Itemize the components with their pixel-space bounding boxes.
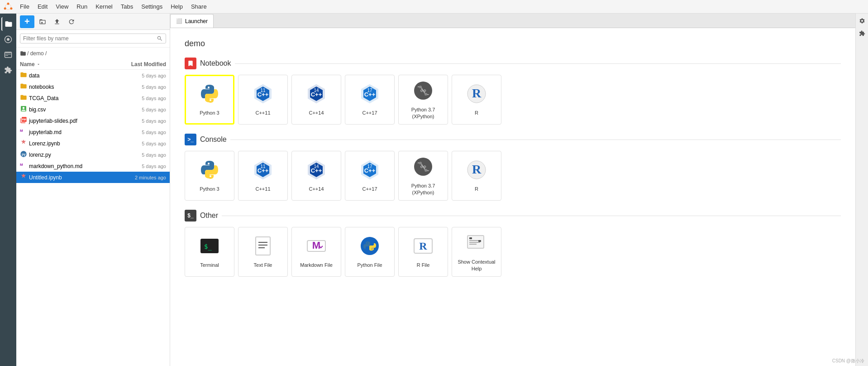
menu-bar: File Edit View Run Kernel Tabs Settings … <box>0 0 868 14</box>
file-icon <box>20 71 29 80</box>
file-item[interactable]: data 5 days ago <box>16 70 170 81</box>
kernel-icon-markdown: M <box>305 235 327 258</box>
menu-view[interactable]: View <box>52 2 72 11</box>
kernel-card-python3[interactable]: Python 3 <box>185 151 234 201</box>
kernel-icon-cpp14: C++ 14 <box>305 83 327 106</box>
sidebar-running[interactable] <box>1 33 15 46</box>
launcher-title: demo <box>185 39 841 48</box>
sidebar-files[interactable] <box>1 17 15 31</box>
upload-button[interactable] <box>51 15 63 28</box>
new-folder-button[interactable] <box>36 15 49 28</box>
file-item[interactable]: big.csv 5 days ago <box>16 104 170 115</box>
file-item[interactable]: py lorenz.py 5 days ago <box>16 149 170 160</box>
file-item[interactable]: Lorenz.ipynb 5 days ago <box>16 138 170 149</box>
file-name: markdown_python.md <box>29 163 112 169</box>
menu-edit[interactable]: Edit <box>34 2 51 11</box>
file-modified: 5 days ago <box>112 73 166 78</box>
kernel-card-xpython[interactable]: ⚙⚙ Python 3.7 (XPython) <box>398 151 448 201</box>
file-panel: + / demo / Name <box>16 14 170 366</box>
column-name[interactable]: Name <box>20 61 112 67</box>
kernel-label: C++17 <box>362 110 377 116</box>
svg-text:M: M <box>20 129 23 133</box>
launcher: demo Notebook Python 3 C++ 11 C++1 <box>170 28 855 366</box>
kernel-label: Markdown File <box>300 262 333 268</box>
kernel-card-textfile[interactable]: Text File <box>238 227 288 277</box>
file-name: Untitled.ipynb <box>29 174 112 181</box>
file-icon: M <box>20 128 29 136</box>
kernel-icon-cpp14: C++ 14 <box>305 159 327 182</box>
right-sidebar-settings[interactable] <box>857 15 868 26</box>
kernel-card-cpp11[interactable]: C++ 11 C++11 <box>238 75 288 125</box>
file-modified: 5 days ago <box>112 164 166 169</box>
content-area: ⬜ Launcher demo Notebook Python 3 <box>170 14 855 366</box>
search-input[interactable] <box>23 35 155 42</box>
kernel-label: Python 3.7 (XPython) <box>402 106 444 120</box>
tab-launcher[interactable]: ⬜ Launcher <box>170 14 214 28</box>
kernel-icon-terminal: $_ <box>199 235 220 258</box>
menu-kernel[interactable]: Kernel <box>92 2 116 11</box>
kernel-card-r[interactable]: R R <box>452 75 501 125</box>
file-item[interactable]: TCGA_Data 5 days ago <box>16 92 170 104</box>
kernel-card-help[interactable]: Show Contextual Help <box>452 227 501 277</box>
other-divider <box>222 216 841 216</box>
menu-share[interactable]: Share <box>187 2 210 11</box>
file-item[interactable]: M jupyterlab.md 5 days ago <box>16 126 170 138</box>
right-sidebar-extensions2[interactable] <box>857 28 868 39</box>
file-list-header: Name Last Modified <box>16 59 170 70</box>
svg-point-24 <box>419 86 422 88</box>
kernel-card-pythonfile[interactable]: Python File <box>345 227 395 277</box>
kernel-label: Text File <box>254 262 272 268</box>
kernel-icon-xpython: ⚙⚙ <box>412 156 434 179</box>
refresh-button[interactable] <box>65 15 78 28</box>
kernel-card-r[interactable]: R R <box>452 151 501 201</box>
file-item[interactable]: jupyterlab-slides.pdf 5 days ago <box>16 115 170 126</box>
search-box[interactable] <box>20 34 166 43</box>
kernel-label: R <box>475 110 478 116</box>
file-item[interactable]: notebooks 5 days ago <box>16 81 170 92</box>
menu-tabs[interactable]: Tabs <box>117 2 137 11</box>
new-launcher-button[interactable]: + <box>20 15 34 28</box>
menu-settings[interactable]: Settings <box>138 2 166 11</box>
menu-help[interactable]: Help <box>167 2 186 11</box>
kernel-card-terminal[interactable]: $_ Terminal <box>185 227 234 277</box>
kernel-label: C++11 <box>255 186 270 192</box>
file-modified: 2 minutes ago <box>112 175 166 180</box>
file-icon <box>20 116 29 125</box>
other-kernel-grid: $_ Terminal Text File M Markdown File <box>185 227 841 277</box>
main-layout: + / demo / Name <box>0 14 868 366</box>
kernel-card-cpp14[interactable]: C++ 14 C++14 <box>291 75 341 125</box>
kernel-card-cpp17[interactable]: C++ 17 C++17 <box>345 75 395 125</box>
file-icon <box>20 139 29 148</box>
kernel-card-markdown[interactable]: M Markdown File <box>291 227 341 277</box>
console-section-header: >_ Console <box>185 134 841 145</box>
kernel-label: Terminal <box>200 262 219 268</box>
file-item[interactable]: Untitled.ipynb 2 minutes ago <box>16 172 170 183</box>
kernel-icon-cpp11: C++ 11 <box>252 83 274 106</box>
kernel-card-cpp11[interactable]: C++ 11 C++11 <box>238 151 288 201</box>
file-name: notebooks <box>29 84 112 90</box>
kernel-card-cpp17[interactable]: C++ 17 C++17 <box>345 151 395 201</box>
kernel-card-rfile[interactable]: R R File <box>398 227 448 277</box>
menu-file[interactable]: File <box>16 2 33 11</box>
file-name: jupyterlab-slides.pdf <box>29 118 112 124</box>
sidebar-commands[interactable] <box>1 48 15 62</box>
sidebar-extensions[interactable] <box>1 63 15 77</box>
svg-point-42 <box>419 162 422 164</box>
kernel-label: C++17 <box>362 186 377 192</box>
svg-text:M: M <box>312 240 320 251</box>
kernel-card-xpython[interactable]: ⚙⚙ Python 3.7 (XPython) <box>398 75 448 125</box>
kernel-icon-cpp17: C++ 17 <box>359 159 381 182</box>
menu-run[interactable]: Run <box>73 2 91 11</box>
file-list: data 5 days ago notebooks 5 days ago TCG… <box>16 70 170 366</box>
svg-point-0 <box>7 2 10 5</box>
other-section-header: $_ Other <box>185 210 841 222</box>
svg-text:R: R <box>472 86 482 100</box>
column-modified: Last Modified <box>112 61 166 67</box>
tab-label: Launcher <box>185 18 208 24</box>
kernel-card-cpp14[interactable]: C++ 14 C++14 <box>291 151 341 201</box>
icon-sidebar <box>0 14 16 366</box>
kernel-icon-python3 <box>199 83 220 106</box>
launcher-tab-icon: ⬜ <box>176 18 182 24</box>
file-item[interactable]: M markdown_python.md 5 days ago <box>16 160 170 172</box>
kernel-card-python3[interactable]: Python 3 <box>185 75 234 125</box>
